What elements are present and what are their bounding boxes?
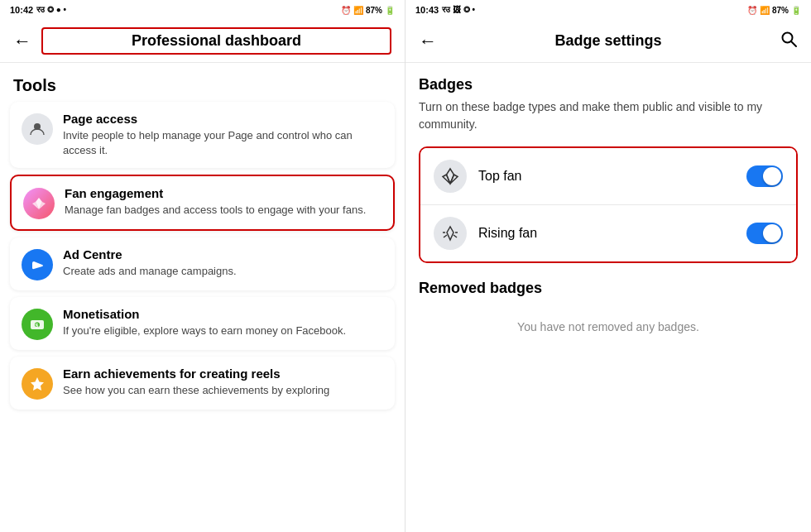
ad-centre-name: Ad Centre	[63, 247, 237, 261]
wifi-icon-right: 📶	[760, 6, 770, 15]
tool-item-monetisation[interactable]: $ Monetisation If you're eligible, explo…	[10, 297, 395, 350]
battery-icon-right: 🔋	[791, 6, 801, 15]
alarm-icon-right: ⏰	[747, 6, 757, 15]
rising-fan-label: Rising fan	[478, 226, 735, 241]
tools-list: Page access Invite people to help manage…	[0, 102, 405, 410]
status-right-right: ⏰ 📶 87% 🔋	[747, 6, 801, 15]
page-access-name: Page access	[63, 112, 383, 126]
badge-settings-content: Badges Turn on these badge types and mak…	[406, 63, 811, 532]
badge-list: Top fan Rising fan	[419, 146, 798, 263]
page-access-icon	[22, 113, 53, 145]
fan-engagement-icon	[23, 188, 55, 219]
rising-fan-icon	[434, 217, 467, 250]
status-left: 10:42 रउ ◎ ● •	[10, 5, 66, 15]
page-access-desc: Invite people to help manage your Page a…	[63, 128, 383, 158]
alarm-icon: ⏰	[341, 6, 351, 15]
page-access-text: Page access Invite people to help manage…	[63, 112, 383, 158]
ad-centre-desc: Create ads and manage campaigns.	[63, 264, 237, 279]
status-right-left: ⏰ 📶 87% 🔋	[341, 6, 395, 15]
rising-fan-toggle[interactable]	[746, 223, 783, 244]
battery-left: 87%	[366, 6, 382, 15]
time-left: 10:42	[10, 5, 33, 15]
achievements-icon	[22, 368, 53, 400]
removed-badges-title: Removed badges	[419, 280, 798, 297]
wifi-icon: 📶	[353, 6, 363, 15]
badges-description: Turn on these badge types and make them …	[419, 98, 798, 133]
battery-right: 87%	[772, 6, 789, 15]
fan-engagement-desc: Manage fan badges and access tools to en…	[65, 203, 366, 218]
svg-marker-4	[31, 377, 44, 391]
status-bar-left: 10:42 रउ ◎ ● • ⏰ 📶 87% 🔋	[0, 0, 405, 20]
svg-text:$: $	[36, 323, 39, 329]
battery-icon-left: 🔋	[385, 6, 395, 15]
monetisation-name: Monetisation	[63, 307, 346, 321]
nav-bar-left: ← Professional dashboard	[0, 20, 405, 63]
tool-item-fan-engagement[interactable]: Fan engagement Manage fan badges and acc…	[10, 175, 395, 231]
badges-section-title: Badges	[419, 76, 798, 93]
back-button-right[interactable]: ←	[419, 32, 437, 50]
nav-bar-right: ← Badge settings	[406, 20, 811, 63]
status-bar-right: 10:43 रउ 🖼 ◎ • ⏰ 📶 87% 🔋	[406, 0, 811, 20]
right-panel: 10:43 रउ 🖼 ◎ • ⏰ 📶 87% 🔋 ← Badge setting…	[406, 0, 811, 532]
svg-line-7	[444, 235, 447, 237]
svg-line-8	[453, 235, 457, 237]
achievements-text: Earn achievements for creating reels See…	[63, 367, 329, 398]
left-panel: 10:42 रउ ◎ ● • ⏰ 📶 87% 🔋 ← Professional …	[0, 0, 406, 532]
badge-item-top-fan[interactable]: Top fan	[420, 148, 796, 205]
ad-centre-icon	[22, 249, 53, 280]
time-right: 10:43	[415, 5, 439, 15]
top-fan-toggle[interactable]	[746, 165, 783, 187]
search-button[interactable]	[780, 30, 798, 52]
back-button-left[interactable]: ←	[13, 32, 31, 50]
monetisation-desc: If you're eligible, explore ways to earn…	[63, 324, 346, 338]
status-left-right: 10:43 रउ 🖼 ◎ •	[415, 5, 475, 15]
svg-line-6	[791, 41, 796, 46]
tool-item-achievements[interactable]: Earn achievements for creating reels See…	[10, 357, 395, 410]
badge-item-rising-fan[interactable]: Rising fan	[420, 205, 796, 261]
tools-heading: Tools	[0, 63, 405, 102]
monetisation-text: Monetisation If you're eligible, explore…	[63, 307, 346, 338]
top-fan-icon	[434, 160, 467, 193]
achievements-name: Earn achievements for creating reels	[63, 367, 329, 381]
page-title-right: Badge settings	[447, 32, 770, 50]
page-title-left: Professional dashboard	[41, 27, 391, 55]
fan-engagement-name: Fan engagement	[65, 186, 366, 200]
tool-item-ad-centre[interactable]: Ad Centre Create ads and manage campaign…	[10, 237, 395, 290]
status-icons-left: रउ ◎ ● •	[36, 5, 66, 15]
monetisation-icon: $	[22, 309, 53, 340]
ad-centre-text: Ad Centre Create ads and manage campaign…	[63, 247, 237, 279]
tool-item-page-access[interactable]: Page access Invite people to help manage…	[10, 102, 395, 168]
status-icons-right: रउ 🖼 ◎ •	[442, 5, 475, 15]
achievements-desc: See how you can earn these achievements …	[63, 383, 329, 398]
removed-badges-empty: You have not removed any badges.	[419, 307, 798, 347]
top-fan-label: Top fan	[478, 169, 735, 184]
fan-engagement-text: Fan engagement Manage fan badges and acc…	[65, 186, 366, 218]
